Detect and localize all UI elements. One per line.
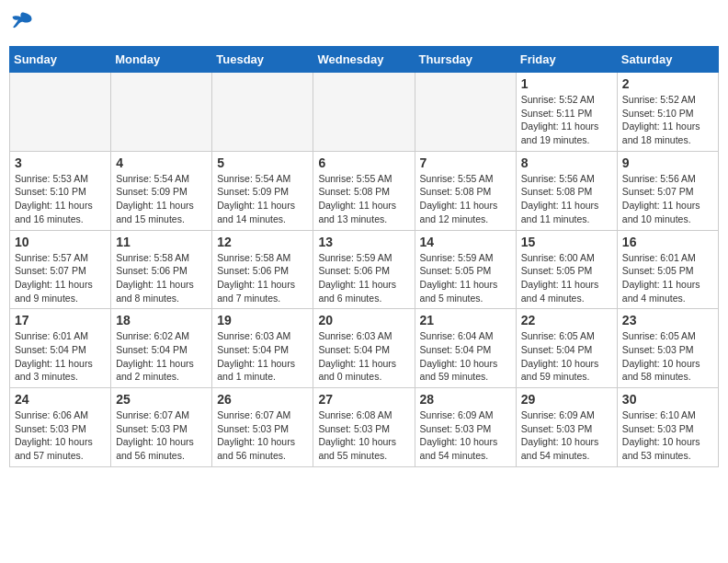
calendar-cell: 21Sunrise: 6:04 AM Sunset: 5:04 PM Dayli…: [415, 309, 516, 388]
day-number: 12: [217, 235, 308, 249]
calendar-cell: 19Sunrise: 6:03 AM Sunset: 5:04 PM Dayli…: [212, 309, 313, 388]
day-number: 4: [116, 155, 207, 170]
cell-info: Sunrise: 5:53 AM Sunset: 5:10 PM Dayligh…: [15, 172, 106, 226]
calendar-week-row: 1Sunrise: 5:52 AM Sunset: 5:11 PM Daylig…: [10, 73, 719, 152]
calendar-cell: 27Sunrise: 6:08 AM Sunset: 5:03 PM Dayli…: [313, 388, 415, 467]
day-number: 8: [521, 155, 612, 170]
calendar-cell: 20Sunrise: 6:03 AM Sunset: 5:04 PM Dayli…: [313, 309, 415, 388]
calendar-cell: 10Sunrise: 5:57 AM Sunset: 5:07 PM Dayli…: [10, 230, 111, 309]
calendar-cell: [415, 73, 516, 152]
day-number: 28: [420, 392, 511, 407]
calendar-cell: 29Sunrise: 6:09 AM Sunset: 5:03 PM Dayli…: [516, 388, 617, 467]
calendar-week-row: 10Sunrise: 5:57 AM Sunset: 5:07 PM Dayli…: [10, 230, 719, 309]
cell-info: Sunrise: 5:59 AM Sunset: 5:05 PM Dayligh…: [420, 251, 511, 305]
calendar-cell: 23Sunrise: 6:05 AM Sunset: 5:03 PM Dayli…: [617, 309, 718, 388]
column-header-monday: Monday: [111, 47, 212, 73]
day-number: 21: [420, 313, 511, 327]
day-number: 9: [622, 155, 713, 170]
day-number: 3: [15, 155, 106, 170]
cell-info: Sunrise: 5:52 AM Sunset: 5:11 PM Dayligh…: [521, 93, 612, 147]
page-header: [9, 9, 719, 39]
cell-info: Sunrise: 6:03 AM Sunset: 5:04 PM Dayligh…: [318, 329, 409, 384]
calendar-cell: 5Sunrise: 5:54 AM Sunset: 5:09 PM Daylig…: [212, 151, 313, 230]
cell-info: Sunrise: 6:03 AM Sunset: 5:04 PM Dayligh…: [217, 329, 308, 384]
logo: [9, 9, 39, 39]
calendar-cell: 22Sunrise: 6:05 AM Sunset: 5:04 PM Dayli…: [516, 309, 617, 388]
day-number: 27: [318, 392, 409, 407]
calendar-cell: 30Sunrise: 6:10 AM Sunset: 5:03 PM Dayli…: [617, 388, 718, 467]
calendar-cell: 8Sunrise: 5:56 AM Sunset: 5:08 PM Daylig…: [516, 151, 617, 230]
calendar-cell: 18Sunrise: 6:02 AM Sunset: 5:04 PM Dayli…: [111, 309, 212, 388]
cell-info: Sunrise: 6:01 AM Sunset: 5:05 PM Dayligh…: [622, 251, 713, 305]
cell-info: Sunrise: 5:56 AM Sunset: 5:07 PM Dayligh…: [622, 172, 713, 226]
cell-info: Sunrise: 6:10 AM Sunset: 5:03 PM Dayligh…: [622, 408, 713, 463]
calendar-cell: 26Sunrise: 6:07 AM Sunset: 5:03 PM Dayli…: [212, 388, 313, 467]
day-number: 17: [15, 313, 106, 327]
cell-info: Sunrise: 6:05 AM Sunset: 5:04 PM Dayligh…: [521, 329, 612, 384]
calendar-cell: 25Sunrise: 6:07 AM Sunset: 5:03 PM Dayli…: [111, 388, 212, 467]
cell-info: Sunrise: 6:06 AM Sunset: 5:03 PM Dayligh…: [15, 408, 106, 463]
cell-info: Sunrise: 6:07 AM Sunset: 5:03 PM Dayligh…: [217, 408, 308, 463]
cell-info: Sunrise: 5:58 AM Sunset: 5:06 PM Dayligh…: [217, 251, 308, 305]
cell-info: Sunrise: 5:55 AM Sunset: 5:08 PM Dayligh…: [318, 172, 409, 226]
calendar-header-row: SundayMondayTuesdayWednesdayThursdayFrid…: [10, 47, 719, 73]
day-number: 7: [420, 155, 511, 170]
day-number: 15: [521, 235, 612, 249]
calendar-cell: 15Sunrise: 6:00 AM Sunset: 5:05 PM Dayli…: [516, 230, 617, 309]
day-number: 29: [521, 392, 612, 407]
cell-info: Sunrise: 5:59 AM Sunset: 5:06 PM Dayligh…: [318, 251, 409, 305]
cell-info: Sunrise: 5:54 AM Sunset: 5:09 PM Dayligh…: [116, 172, 207, 226]
cell-info: Sunrise: 6:07 AM Sunset: 5:03 PM Dayligh…: [116, 408, 207, 463]
day-number: 30: [622, 392, 713, 407]
calendar-week-row: 3Sunrise: 5:53 AM Sunset: 5:10 PM Daylig…: [10, 151, 719, 230]
day-number: 24: [15, 392, 106, 407]
day-number: 22: [521, 313, 612, 327]
calendar-cell: [10, 73, 111, 152]
calendar-cell: 4Sunrise: 5:54 AM Sunset: 5:09 PM Daylig…: [111, 151, 212, 230]
column-header-saturday: Saturday: [617, 47, 718, 73]
day-number: 2: [622, 76, 713, 91]
cell-info: Sunrise: 5:58 AM Sunset: 5:06 PM Dayligh…: [116, 251, 207, 305]
day-number: 1: [521, 76, 612, 91]
column-header-tuesday: Tuesday: [212, 47, 313, 73]
cell-info: Sunrise: 5:57 AM Sunset: 5:07 PM Dayligh…: [15, 251, 106, 305]
day-number: 14: [420, 235, 511, 249]
calendar-cell: 24Sunrise: 6:06 AM Sunset: 5:03 PM Dayli…: [10, 388, 111, 467]
calendar-cell: [111, 73, 212, 152]
day-number: 18: [116, 313, 207, 327]
cell-info: Sunrise: 5:56 AM Sunset: 5:08 PM Dayligh…: [521, 172, 612, 226]
calendar-cell: 17Sunrise: 6:01 AM Sunset: 5:04 PM Dayli…: [10, 309, 111, 388]
day-number: 13: [318, 235, 409, 249]
cell-info: Sunrise: 5:55 AM Sunset: 5:08 PM Dayligh…: [420, 172, 511, 226]
day-number: 25: [116, 392, 207, 407]
cell-info: Sunrise: 6:09 AM Sunset: 5:03 PM Dayligh…: [420, 408, 511, 463]
calendar-week-row: 24Sunrise: 6:06 AM Sunset: 5:03 PM Dayli…: [10, 388, 719, 467]
cell-info: Sunrise: 6:02 AM Sunset: 5:04 PM Dayligh…: [116, 329, 207, 384]
calendar-cell: 3Sunrise: 5:53 AM Sunset: 5:10 PM Daylig…: [10, 151, 111, 230]
cell-info: Sunrise: 6:09 AM Sunset: 5:03 PM Dayligh…: [521, 408, 612, 463]
day-number: 16: [622, 235, 713, 249]
cell-info: Sunrise: 6:04 AM Sunset: 5:04 PM Dayligh…: [420, 329, 511, 384]
calendar-table: SundayMondayTuesdayWednesdayThursdayFrid…: [9, 46, 719, 467]
column-header-friday: Friday: [516, 47, 617, 73]
cell-info: Sunrise: 6:00 AM Sunset: 5:05 PM Dayligh…: [521, 251, 612, 305]
calendar-cell: 11Sunrise: 5:58 AM Sunset: 5:06 PM Dayli…: [111, 230, 212, 309]
calendar-cell: 6Sunrise: 5:55 AM Sunset: 5:08 PM Daylig…: [313, 151, 415, 230]
day-number: 20: [318, 313, 409, 327]
cell-info: Sunrise: 5:54 AM Sunset: 5:09 PM Dayligh…: [217, 172, 308, 226]
cell-info: Sunrise: 6:05 AM Sunset: 5:03 PM Dayligh…: [622, 329, 713, 384]
cell-info: Sunrise: 5:52 AM Sunset: 5:10 PM Dayligh…: [622, 93, 713, 147]
day-number: 5: [217, 155, 308, 170]
calendar-cell: 2Sunrise: 5:52 AM Sunset: 5:10 PM Daylig…: [617, 73, 718, 152]
logo-bird-icon: [9, 9, 35, 35]
day-number: 23: [622, 313, 713, 327]
day-number: 6: [318, 155, 409, 170]
calendar-cell: 16Sunrise: 6:01 AM Sunset: 5:05 PM Dayli…: [617, 230, 718, 309]
calendar-cell: 12Sunrise: 5:58 AM Sunset: 5:06 PM Dayli…: [212, 230, 313, 309]
day-number: 10: [15, 235, 106, 249]
calendar-cell: 9Sunrise: 5:56 AM Sunset: 5:07 PM Daylig…: [617, 151, 718, 230]
calendar-cell: 1Sunrise: 5:52 AM Sunset: 5:11 PM Daylig…: [516, 73, 617, 152]
calendar-cell: [212, 73, 313, 152]
calendar-cell: 28Sunrise: 6:09 AM Sunset: 5:03 PM Dayli…: [415, 388, 516, 467]
column-header-wednesday: Wednesday: [313, 47, 415, 73]
